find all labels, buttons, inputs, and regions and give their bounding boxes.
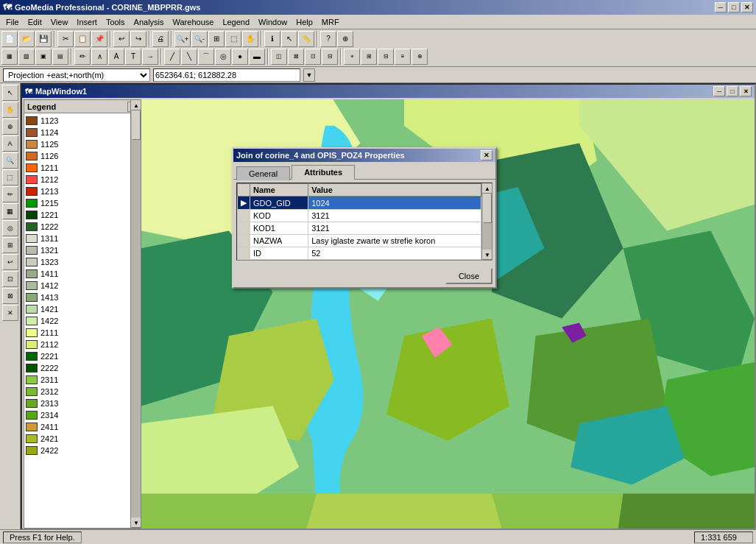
dialog-close-x-button[interactable]: ✕	[481, 150, 492, 160]
left-tool-3[interactable]: ⊕	[2, 119, 18, 135]
tool-u[interactable]: ⊞	[361, 49, 377, 65]
tool-w[interactable]: ≡	[395, 49, 411, 65]
menu-help[interactable]: Help	[292, 16, 317, 28]
zoom-full-button[interactable]: ⊞	[208, 31, 225, 47]
map-close-button[interactable]: ✕	[740, 86, 752, 96]
menu-analysis[interactable]: Analysis	[130, 16, 169, 28]
legend-scroll-down[interactable]: ▼	[131, 517, 141, 528]
tab-attributes[interactable]: Attributes	[292, 165, 355, 180]
table-row[interactable]: ID52	[238, 247, 481, 260]
left-tool-12[interactable]: ⊡	[2, 271, 18, 287]
select-button[interactable]: ↖	[281, 31, 297, 47]
row-indicator	[238, 222, 250, 235]
tool-c[interactable]: ▣	[35, 49, 52, 65]
attr-scroll-track[interactable]	[482, 194, 492, 250]
left-tool-14[interactable]: ✕	[2, 305, 18, 321]
left-tool-10[interactable]: ⊞	[2, 237, 18, 253]
coordinate-input[interactable]	[153, 68, 300, 82]
undo-button[interactable]: ↩	[113, 31, 130, 47]
legend-scroll-thumb[interactable]	[132, 113, 141, 140]
close-button[interactable]: ✕	[741, 2, 753, 13]
left-tool-9[interactable]: ◎	[2, 220, 18, 236]
tool-n[interactable]: ●	[232, 49, 248, 65]
tool-a[interactable]: ▦	[1, 49, 18, 65]
goto-button[interactable]: ⊕	[337, 31, 353, 47]
left-tool-6[interactable]: ⬚	[2, 169, 18, 186]
tool-s[interactable]: ⊟	[322, 49, 338, 65]
cut-button[interactable]: ✂	[57, 31, 74, 47]
table-row[interactable]: KOD3121	[238, 210, 481, 222]
maximize-button[interactable]: □	[728, 2, 740, 13]
map-maximize-button[interactable]: □	[727, 86, 738, 96]
tool-d[interactable]: ▤	[52, 49, 68, 65]
copy-button[interactable]: 📋	[74, 31, 91, 47]
legend-item: 1311	[26, 233, 139, 244]
table-row[interactable]: ▶GDO_GID1024	[238, 197, 481, 210]
attr-scroll-up[interactable]: ▲	[482, 183, 492, 194]
zoom-window-button[interactable]: ⬚	[225, 31, 241, 47]
menu-insert[interactable]: Insert	[72, 16, 102, 28]
measure-button[interactable]: 📏	[298, 31, 314, 47]
query-button[interactable]: ?	[320, 31, 336, 47]
tool-k[interactable]: ╲	[181, 49, 197, 65]
tool-g[interactable]: A	[108, 49, 124, 65]
tool-v[interactable]: ⊟	[378, 49, 394, 65]
left-tool-1[interactable]: ↖	[2, 85, 18, 101]
attr-scrollbar[interactable]: ▲ ▼	[481, 183, 492, 260]
menu-file[interactable]: File	[1, 16, 24, 28]
table-row[interactable]: KOD13121	[238, 222, 481, 235]
attr-scroll-thumb[interactable]	[483, 194, 492, 223]
open-button[interactable]: 📂	[18, 31, 35, 47]
left-tool-8[interactable]: ▦	[2, 203, 18, 219]
tool-b[interactable]: ▨	[18, 49, 35, 65]
legend-color-swatch	[26, 305, 38, 314]
tool-q[interactable]: ⊠	[288, 49, 304, 65]
tool-m[interactable]: ◎	[215, 49, 231, 65]
minimize-button[interactable]: ─	[715, 2, 727, 13]
menu-legend[interactable]: Legend	[218, 16, 254, 28]
legend-scroll-track[interactable]	[131, 113, 141, 517]
tool-h[interactable]: T	[125, 49, 141, 65]
close-dialog-button[interactable]: Close	[445, 268, 492, 284]
table-row[interactable]: NAZWALasy iglaste zwarte w strefie koron	[238, 235, 481, 247]
left-tool-11[interactable]: ↩	[2, 254, 18, 270]
menu-view[interactable]: View	[46, 16, 73, 28]
tab-general[interactable]: General	[236, 166, 290, 180]
tool-p[interactable]: ◫	[271, 49, 287, 65]
attr-scroll-down[interactable]: ▼	[482, 250, 492, 260]
coord-dropdown-button[interactable]: ▼	[303, 68, 315, 82]
left-tool-2[interactable]: ✋	[2, 102, 18, 118]
tool-f[interactable]: ∧	[91, 49, 107, 65]
tool-x[interactable]: ⊕	[411, 49, 428, 65]
new-button[interactable]: 📄	[1, 31, 18, 47]
tool-t[interactable]: ⌖	[344, 49, 360, 65]
menu-tools[interactable]: Tools	[102, 16, 130, 28]
identify-button[interactable]: ℹ	[264, 31, 280, 47]
menu-window[interactable]: Window	[254, 16, 292, 28]
map-minimize-button[interactable]: ─	[713, 86, 725, 96]
pan-button[interactable]: ✋	[242, 31, 258, 47]
tool-o[interactable]: ▬	[249, 49, 265, 65]
tool-j[interactable]: ╱	[164, 49, 180, 65]
tool-r[interactable]: ⊡	[305, 49, 321, 65]
redo-button[interactable]: ↪	[130, 31, 146, 47]
menu-mrf[interactable]: MRF	[317, 16, 344, 28]
left-tool-13[interactable]: ⊠	[2, 288, 18, 304]
menu-edit[interactable]: Edit	[24, 16, 46, 28]
print-button[interactable]: 🖨	[152, 31, 169, 47]
zoom-in-button[interactable]: 🔍+	[174, 31, 191, 47]
left-tool-7[interactable]: ✏	[2, 186, 18, 202]
tool-i[interactable]: →	[142, 49, 158, 65]
legend-color-swatch	[26, 175, 38, 184]
left-tool-4[interactable]: A	[2, 135, 18, 152]
legend-code-label: 1212	[40, 175, 58, 184]
menu-warehouse[interactable]: Warehouse	[169, 16, 219, 28]
save-button[interactable]: 💾	[35, 31, 52, 47]
projection-select[interactable]: Projection +east;+north(m)	[3, 68, 150, 82]
tool-e[interactable]: ✏	[74, 49, 91, 65]
left-tool-5[interactable]: 🔍	[2, 152, 18, 169]
zoom-out-button[interactable]: 🔍-	[191, 31, 208, 47]
tool-l[interactable]: ⌒	[198, 49, 214, 65]
paste-button[interactable]: 📌	[91, 31, 107, 47]
legend-scrollbar[interactable]: ▲ ▼	[130, 113, 141, 528]
